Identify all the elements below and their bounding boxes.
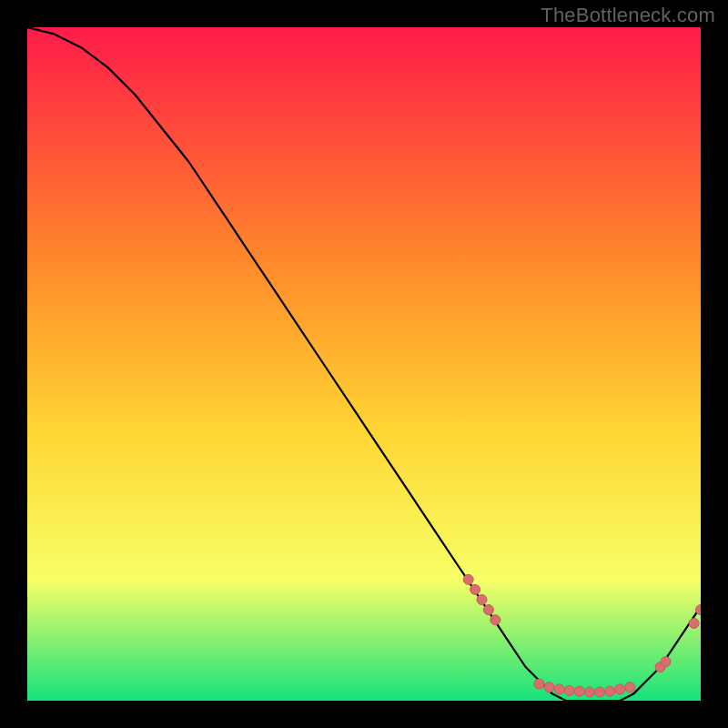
marker-point xyxy=(470,584,480,594)
marker-point xyxy=(625,682,635,693)
marker-point xyxy=(689,618,699,628)
marker-point xyxy=(477,595,487,605)
marker-point xyxy=(483,605,493,615)
marker-point xyxy=(605,686,615,696)
marker-point xyxy=(463,574,473,584)
plot-svg xyxy=(27,27,701,701)
watermark-text: TheBottleneck.com xyxy=(541,4,715,27)
marker-point xyxy=(574,686,584,696)
marker-point xyxy=(584,687,594,697)
marker-point xyxy=(544,682,554,693)
marker-point xyxy=(534,679,544,689)
marker-point xyxy=(661,657,671,667)
marker-point xyxy=(615,684,625,694)
plot-area xyxy=(27,27,701,701)
chart-frame: TheBottleneck.com xyxy=(0,0,728,728)
marker-point xyxy=(595,687,605,697)
marker-point xyxy=(564,685,574,695)
marker-point xyxy=(490,615,500,625)
gradient-background xyxy=(27,27,701,701)
marker-point xyxy=(554,684,564,694)
